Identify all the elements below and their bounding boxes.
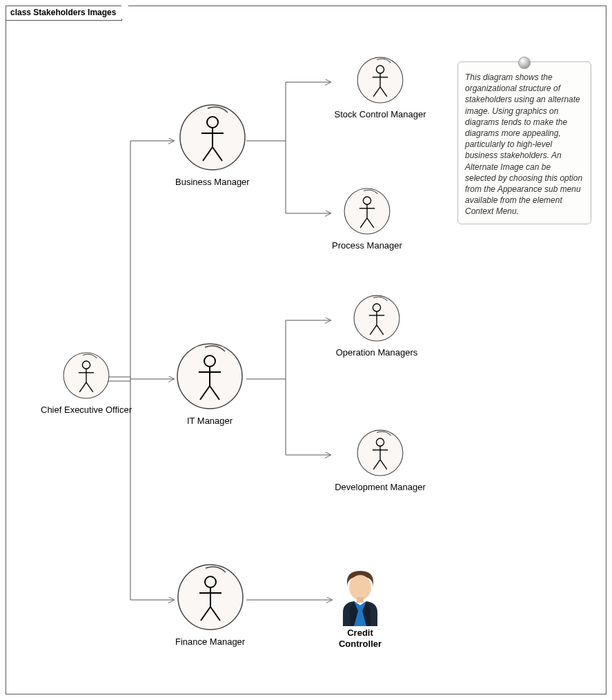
person-icon <box>176 563 245 632</box>
person-icon <box>62 351 110 400</box>
actor-process-manager-label: Process Manager <box>332 240 402 251</box>
actor-ceo[interactable]: Chief Executive Officer <box>41 351 132 415</box>
actor-development-manager-label: Development Manager <box>332 482 428 492</box>
note-text: This diagram shows the organizational st… <box>465 72 582 216</box>
diagram-frame: class Stakeholders Images <box>6 6 606 694</box>
avatar-icon <box>333 567 387 626</box>
actor-stock-control-manager[interactable]: Stock Control Manager <box>332 56 428 119</box>
actor-process-manager[interactable]: Process Manager <box>332 187 402 251</box>
actor-ceo-label: Chief Executive Officer <box>41 405 132 415</box>
svg-rect-64 <box>357 597 364 603</box>
actor-business-manager[interactable]: Business Manager <box>175 103 250 187</box>
actor-finance-manager[interactable]: Finance Manager <box>175 563 245 647</box>
person-icon <box>356 56 404 104</box>
actor-credit-controller-label: Credit Controller <box>333 628 387 649</box>
person-icon <box>353 294 401 342</box>
actor-development-manager[interactable]: Development Manager <box>332 429 428 492</box>
svg-point-63 <box>349 575 371 600</box>
pin-icon <box>518 57 531 69</box>
person-icon <box>178 103 247 172</box>
person-icon <box>356 429 404 477</box>
actor-stock-control-manager-label: Stock Control Manager <box>332 109 428 119</box>
actor-it-manager-label: IT Manager <box>175 416 244 426</box>
actor-operation-managers[interactable]: Operation Managers <box>332 294 422 358</box>
actor-operation-managers-label: Operation Managers <box>332 347 422 358</box>
person-icon <box>175 342 244 411</box>
actor-it-manager[interactable]: IT Manager <box>175 342 244 426</box>
actor-business-manager-label: Business Manager <box>175 177 250 187</box>
actor-finance-manager-label: Finance Manager <box>175 636 245 647</box>
person-icon <box>343 187 391 235</box>
actor-credit-controller[interactable] <box>333 567 387 628</box>
diagram-canvas: Chief Executive Officer Business Manager <box>6 6 606 694</box>
note-box[interactable]: This diagram shows the organizational st… <box>457 61 591 224</box>
